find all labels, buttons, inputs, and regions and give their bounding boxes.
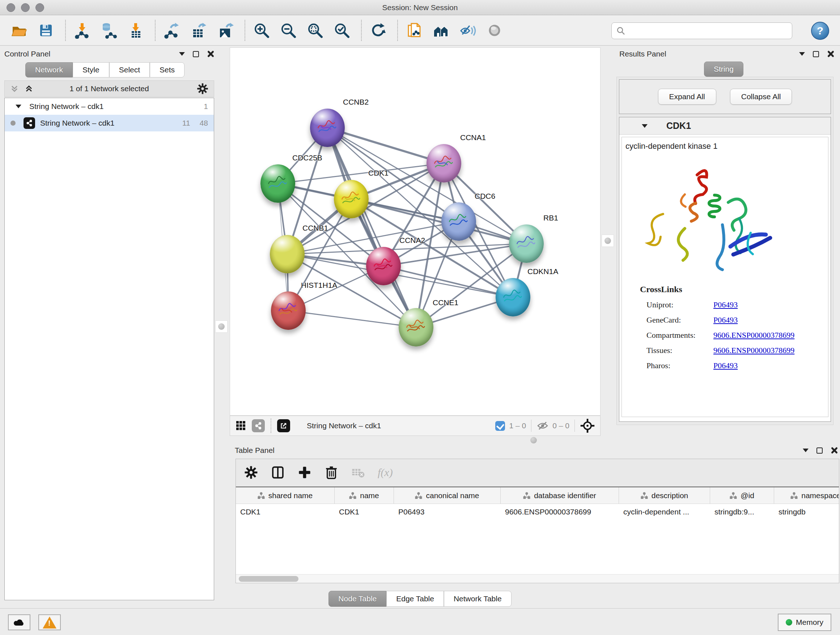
zoom-in-button[interactable] <box>253 21 271 40</box>
memory-button[interactable]: Memory <box>778 614 831 631</box>
delete-column-trash-icon[interactable] <box>324 465 339 480</box>
export-table-button[interactable] <box>189 21 208 40</box>
table-settings-gear-icon[interactable] <box>244 465 258 480</box>
network-node-ccnb2[interactable] <box>310 109 345 147</box>
selected-checkbox[interactable] <box>495 421 505 431</box>
network-node-ccna2[interactable] <box>366 247 401 285</box>
help-button[interactable]: ? <box>811 22 829 40</box>
crosslink-link[interactable]: 9606.ENSP00000378699 <box>714 346 794 355</box>
birds-eye-view-icon[interactable] <box>235 420 247 432</box>
network-node-cdc25b[interactable] <box>261 165 295 203</box>
collapse-all-button[interactable]: Collapse All <box>730 89 792 105</box>
tab-network[interactable]: Network <box>25 62 73 78</box>
collection-expander-icon[interactable] <box>16 105 21 108</box>
tab-style[interactable]: Style <box>73 62 109 78</box>
table-cell[interactable]: 9606.ENSP00000378699 <box>501 508 619 516</box>
tab-sets[interactable]: Sets <box>150 62 185 78</box>
network-share-icon[interactable] <box>252 419 265 432</box>
warning-button[interactable] <box>38 614 61 630</box>
show-columns-icon[interactable] <box>271 465 285 480</box>
zoom-fit-button[interactable] <box>306 21 324 40</box>
scrollbar-thumb[interactable] <box>239 576 298 582</box>
network-node-cdkn1a[interactable] <box>496 278 531 317</box>
zoom-out-button[interactable] <box>279 21 297 40</box>
table-cell[interactable]: stringdb:9... <box>710 508 774 516</box>
float-panel-icon[interactable] <box>813 51 819 57</box>
column-header-database-identifier[interactable]: database identifier <box>501 487 619 504</box>
tab-select[interactable]: Select <box>109 62 150 78</box>
column-header-description[interactable]: description <box>619 487 710 504</box>
table-cell[interactable]: stringdb <box>774 508 839 516</box>
open-session-button[interactable] <box>10 21 28 40</box>
column-header-namespace[interactable]: namespace <box>774 487 839 504</box>
crosshair-icon[interactable] <box>580 418 595 433</box>
tab-string[interactable]: String <box>704 62 744 77</box>
gene-header[interactable]: CDK1 <box>619 117 831 135</box>
tab-network-table[interactable]: Network Table <box>444 591 512 607</box>
close-panel-icon[interactable] <box>831 447 838 454</box>
float-panel-icon[interactable] <box>193 51 199 57</box>
save-session-button[interactable] <box>37 21 55 40</box>
column-header-name[interactable]: name <box>335 487 394 504</box>
float-panel-icon[interactable] <box>816 448 823 454</box>
crosslink-link[interactable]: P06493 <box>714 361 737 371</box>
network-node-ccne1[interactable] <box>399 308 433 347</box>
houses-button[interactable] <box>432 21 450 40</box>
table-cell[interactable]: P06493 <box>394 508 501 516</box>
network-edge[interactable] <box>327 128 444 163</box>
network-node-cdk1[interactable] <box>334 180 369 218</box>
import-table-button[interactable] <box>126 21 145 40</box>
column-header-shared-name[interactable]: shared name <box>236 487 335 504</box>
documents-button[interactable] <box>405 21 423 40</box>
zoom-selected-icon <box>333 22 350 39</box>
table-cell[interactable]: CDK1 <box>335 508 394 516</box>
network-edge[interactable] <box>288 310 416 327</box>
tab-node-table[interactable]: Node Table <box>328 591 386 607</box>
panel-menu-icon[interactable] <box>803 448 808 452</box>
eye-slash-button[interactable] <box>459 21 477 40</box>
warning-icon <box>43 616 57 629</box>
search-input[interactable] <box>628 24 788 38</box>
table-row[interactable]: CDK1CDK1P064939606.ENSP00000378699cyclin… <box>236 504 839 520</box>
network-row[interactable]: String Network – cdk1 11 48 <box>5 115 214 131</box>
cloud-button[interactable] <box>8 614 30 630</box>
gene-expander-icon[interactable] <box>642 124 647 128</box>
eye-button[interactable] <box>485 21 504 40</box>
toolbar-separator <box>245 20 245 41</box>
refresh-button[interactable] <box>369 21 387 40</box>
network-node-cdc6[interactable] <box>441 203 476 241</box>
horizontal-scrollbar[interactable] <box>236 574 839 583</box>
right-splitter-handle[interactable] <box>602 234 614 247</box>
table-cell[interactable]: cyclin-dependent ... <box>619 508 710 516</box>
network-edge[interactable] <box>327 128 416 327</box>
close-panel-icon[interactable] <box>207 50 214 57</box>
import-network-database-button[interactable] <box>100 21 118 40</box>
left-splitter-handle[interactable] <box>215 320 227 333</box>
table-cell[interactable]: CDK1 <box>236 508 335 516</box>
expand-all-button[interactable]: Expand All <box>658 89 716 105</box>
network-node-ccnb1[interactable] <box>270 235 305 273</box>
crosslink-link[interactable]: P06493 <box>714 315 737 325</box>
column-header-canonical-name[interactable]: canonical name <box>394 487 501 504</box>
toolbar-separator <box>155 20 156 41</box>
network-node-ccna1[interactable] <box>426 144 461 182</box>
panel-menu-icon[interactable] <box>179 52 185 56</box>
crosslink-link[interactable]: 9606.ENSP00000378699 <box>714 331 794 340</box>
network-node-rb1[interactable] <box>509 225 544 263</box>
import-network-file-button[interactable] <box>73 21 91 40</box>
export-image-button[interactable] <box>216 21 234 40</box>
zoom-selected-button[interactable] <box>333 21 351 40</box>
bottom-splitter-handle[interactable] <box>527 437 540 444</box>
export-network-button[interactable] <box>163 21 181 40</box>
network-node-hist1h1a[interactable] <box>271 291 306 330</box>
column-header--id[interactable]: @id <box>710 487 774 504</box>
add-column-icon[interactable] <box>297 465 312 480</box>
panel-menu-icon[interactable] <box>799 52 805 56</box>
close-panel-icon[interactable] <box>827 50 834 57</box>
protein-squiggle-icon <box>404 318 428 337</box>
network-collection-row[interactable]: String Network – cdk1 1 <box>5 98 214 115</box>
network-canvas[interactable]: CCNB2CCNA1CDC25BCDK1CDC6RB1CCNB1CCNA2CDK… <box>230 48 600 416</box>
crosslink-link[interactable]: P06493 <box>714 300 737 310</box>
detach-view-button[interactable] <box>277 419 290 432</box>
tab-edge-table[interactable]: Edge Table <box>386 591 444 607</box>
